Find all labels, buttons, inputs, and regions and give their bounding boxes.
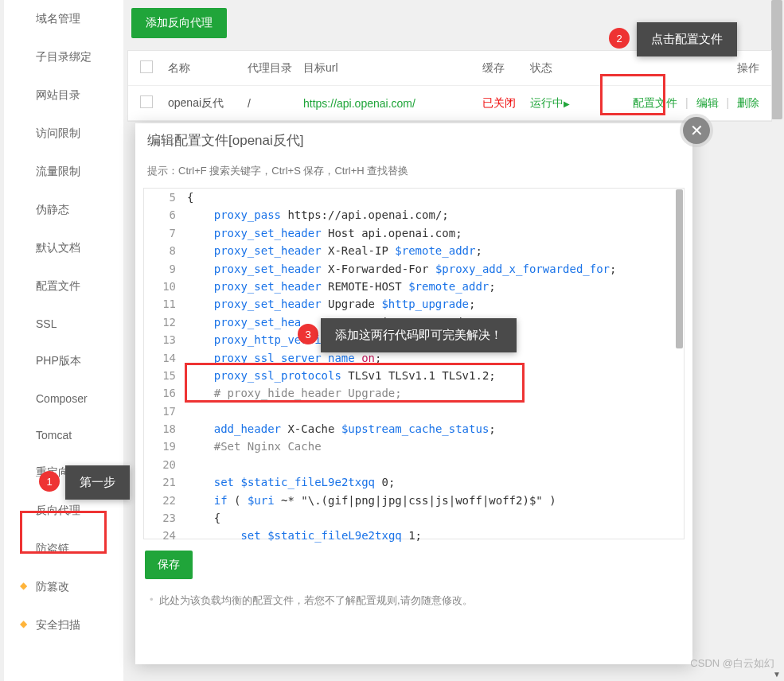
proxy-table: 名称 代理目录 目标url 缓存 状态 操作 openai反代 / https:… <box>127 50 772 122</box>
sidebar-item-label: Composer <box>36 392 88 405</box>
diamond-icon: ◆ <box>20 618 27 629</box>
sidebar-item-13[interactable]: 反向代理 <box>4 492 123 530</box>
header-status: 状态 <box>530 61 586 76</box>
header-cache: 缓存 <box>482 61 530 76</box>
sidebar-item-14[interactable]: 防盗链 <box>4 530 123 568</box>
select-all-checkbox[interactable] <box>140 60 153 73</box>
code-line-23[interactable]: { <box>187 509 684 527</box>
edit-link[interactable]: 编辑 <box>696 96 719 109</box>
code-line-15[interactable]: proxy_ssl_protocols TLSv1 TLSv1.1 TLSv1.… <box>187 367 684 384</box>
code-editor[interactable]: 56789101112131415161718192021222324 { pr… <box>143 188 685 539</box>
play-icon: ▶ <box>564 99 570 108</box>
sidebar-item-8[interactable]: SSL <box>4 305 123 342</box>
editor-scrollbar[interactable] <box>676 189 683 348</box>
sidebar-item-11[interactable]: Tomcat <box>4 417 123 453</box>
sidebar-item-2[interactable]: 网站目录 <box>4 76 123 115</box>
code-line-18[interactable]: add_header X-Cache $upstream_cache_statu… <box>187 420 684 438</box>
sidebar-item-label: 反向代理 <box>36 504 80 516</box>
header-url: 目标url <box>303 61 482 76</box>
header-name: 名称 <box>168 61 248 76</box>
sidebar-item-label: 安全扫描 <box>36 618 80 631</box>
code-line-6[interactable]: proxy_pass https://api.openai.com/; <box>187 206 684 224</box>
table-row: openai反代 / https://api.openai.com/ 已关闭 运… <box>128 86 771 121</box>
row-cache-toggle[interactable]: 已关闭 <box>482 96 530 111</box>
line-gutter: 56789101112131415161718192021222324 <box>144 189 182 539</box>
sidebar-item-16[interactable]: ◆安全扫描 <box>4 606 123 644</box>
code-line-9[interactable]: proxy_set_header X-Forwarded-For $proxy_… <box>187 260 684 278</box>
config-file-link[interactable]: 配置文件 <box>633 96 677 109</box>
sidebar-item-15[interactable]: ◆防篡改 <box>4 568 123 606</box>
code-line-17[interactable] <box>187 403 684 420</box>
row-status[interactable]: 运行中▶ <box>530 96 586 111</box>
modal-footer-text: 此处为该负载均衡的配置文件，若您不了解配置规则,请勿随意修改。 <box>135 593 692 624</box>
modal-title: 编辑配置文件[openai反代] <box>135 123 692 164</box>
code-line-16[interactable]: # proxy_hide_header Upgrade; <box>187 384 684 402</box>
sidebar-item-label: 配置文件 <box>36 279 80 292</box>
sidebar-item-4[interactable]: 流量限制 <box>4 153 123 191</box>
row-name: openai反代 <box>168 96 248 111</box>
sidebar-item-12[interactable]: 重定向 <box>4 453 123 492</box>
sidebar: 域名管理子目录绑定网站目录访问限制流量限制伪静态默认文档配置文件SSLPHP版本… <box>4 0 123 681</box>
sidebar-item-3[interactable]: 访问限制 <box>4 115 123 153</box>
diamond-icon: ◆ <box>20 580 27 591</box>
row-url-link[interactable]: https://api.openai.com/ <box>303 97 482 110</box>
sidebar-item-label: Tomcat <box>36 429 72 442</box>
sidebar-item-label: 默认文档 <box>36 241 80 254</box>
sidebar-item-label: 重定向 <box>36 465 69 478</box>
sidebar-item-label: 访问限制 <box>36 126 80 139</box>
row-checkbox[interactable] <box>140 95 153 108</box>
code-line-24[interactable]: set $static_fileL9e2txgq 1; <box>187 527 684 544</box>
sidebar-item-7[interactable]: 配置文件 <box>4 267 123 305</box>
sidebar-item-1[interactable]: 子目录绑定 <box>4 38 123 76</box>
code-line-21[interactable]: set $static_fileL9e2txgq 0; <box>187 473 684 491</box>
delete-link[interactable]: 删除 <box>737 96 759 109</box>
sidebar-item-0[interactable]: 域名管理 <box>4 0 123 38</box>
code-line-8[interactable]: proxy_set_header X-Real-IP $remote_addr; <box>187 242 684 259</box>
code-line-19[interactable]: #Set Nginx Cache <box>187 438 684 455</box>
code-area[interactable]: { proxy_pass https://api.openai.com/; pr… <box>182 189 684 539</box>
code-line-22[interactable]: if ( $uri ~* "\.(gif|png|jpg|css|js|woff… <box>187 492 684 509</box>
code-line-7[interactable]: proxy_set_header Host api.openai.com; <box>187 224 684 242</box>
sidebar-item-label: 子目录绑定 <box>36 50 92 63</box>
code-line-5[interactable]: { <box>187 189 684 206</box>
sidebar-item-label: 域名管理 <box>36 12 80 25</box>
sidebar-item-6[interactable]: 默认文档 <box>4 229 123 267</box>
watermark: CSDN @白云如幻 <box>690 656 774 671</box>
row-ops: 配置文件 | 编辑 | 删除 <box>586 96 759 111</box>
save-button[interactable]: 保存 <box>145 551 193 579</box>
edit-config-modal: ✕ 编辑配置文件[openai反代] 提示：Ctrl+F 搜索关键字，Ctrl+… <box>135 123 692 664</box>
add-reverse-proxy-button[interactable]: 添加反向代理 <box>131 8 227 38</box>
code-line-13[interactable]: proxy_http_version 1.1; <box>187 331 684 348</box>
sidebar-item-label: 伪静态 <box>36 203 69 216</box>
code-line-20[interactable] <box>187 456 684 473</box>
code-line-10[interactable]: proxy_set_header REMOTE-HOST $remote_add… <box>187 278 684 295</box>
sidebar-item-5[interactable]: 伪静态 <box>4 191 123 229</box>
code-line-14[interactable]: proxy_ssl_server_name on; <box>187 349 684 367</box>
sidebar-item-label: 流量限制 <box>36 165 80 177</box>
row-dir: / <box>248 97 303 110</box>
close-icon[interactable]: ✕ <box>683 117 710 144</box>
sidebar-item-label: 网站目录 <box>36 88 80 101</box>
code-line-11[interactable]: proxy_set_header Upgrade $http_upgrade; <box>187 295 684 313</box>
sidebar-item-10[interactable]: Composer <box>4 380 123 417</box>
sidebar-item-label: PHP版本 <box>36 354 81 367</box>
sidebar-item-label: 防盗链 <box>36 542 69 555</box>
header-dir: 代理目录 <box>248 61 303 76</box>
code-line-12[interactable]: proxy_set_hea "Connection" "upgrade"; <box>187 313 684 331</box>
modal-hint: 提示：Ctrl+F 搜索关键字，Ctrl+S 保存，Ctrl+H 查找替换 <box>135 164 692 188</box>
sidebar-item-9[interactable]: PHP版本 <box>4 342 123 380</box>
table-header: 名称 代理目录 目标url 缓存 状态 操作 <box>128 51 771 86</box>
header-ops: 操作 <box>586 61 759 76</box>
sidebar-item-label: 防篡改 <box>36 580 69 593</box>
scroll-thumb[interactable] <box>771 0 782 119</box>
sidebar-item-label: SSL <box>36 317 57 330</box>
